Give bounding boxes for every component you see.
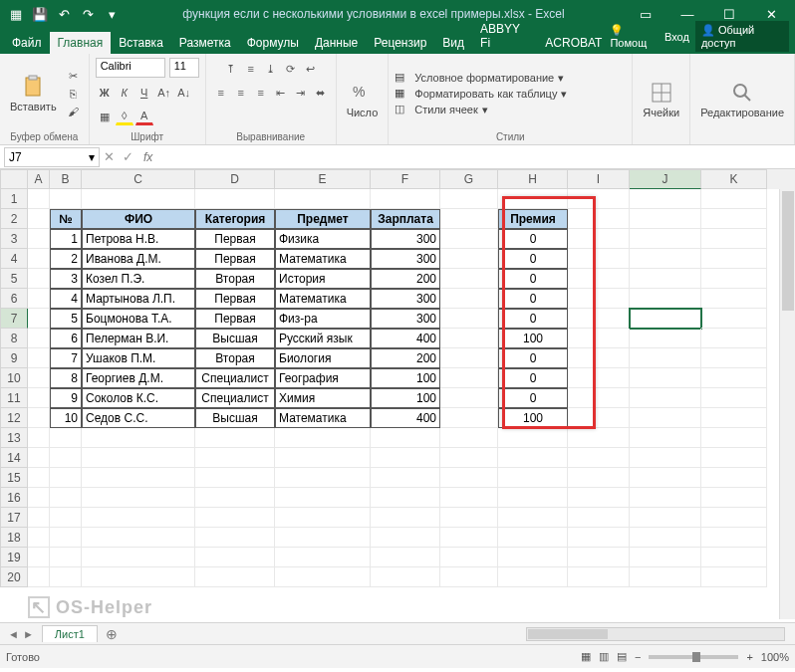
cell[interactable]: Специалист xyxy=(195,388,275,408)
cell[interactable] xyxy=(701,408,767,428)
new-sheet-icon[interactable]: ⊕ xyxy=(98,626,126,642)
cell[interactable] xyxy=(440,388,498,408)
cell[interactable] xyxy=(440,488,498,508)
cell[interactable] xyxy=(568,408,630,428)
cell[interactable]: Высшая xyxy=(195,408,275,428)
cell[interactable] xyxy=(28,468,50,488)
cell[interactable] xyxy=(701,567,767,587)
cell[interactable] xyxy=(50,508,82,528)
cell[interactable] xyxy=(440,428,498,448)
sheet-nav-prev-icon[interactable]: ◄ xyxy=(8,628,19,640)
cell[interactable]: Первая xyxy=(195,229,275,249)
cell[interactable]: Соколов К.С. xyxy=(82,388,195,408)
cell[interactable] xyxy=(275,528,371,548)
minimize-icon[interactable]: — xyxy=(667,7,707,22)
tab-view[interactable]: Вид xyxy=(434,32,472,54)
cell[interactable] xyxy=(630,448,701,468)
cell[interactable] xyxy=(275,508,371,528)
cell[interactable] xyxy=(195,189,275,209)
cell[interactable] xyxy=(28,408,50,428)
italic-button[interactable]: К xyxy=(116,84,133,102)
cell[interactable] xyxy=(568,249,630,269)
cell[interactable]: Петрова Н.В. xyxy=(82,229,195,249)
cell[interactable] xyxy=(440,348,498,368)
align-left-icon[interactable]: ≡ xyxy=(212,84,230,102)
cell[interactable] xyxy=(630,329,701,348)
row-header[interactable]: 16 xyxy=(0,488,28,508)
cell[interactable]: Седов С.С. xyxy=(82,408,195,428)
col-header-J[interactable]: J xyxy=(630,169,701,189)
cell[interactable] xyxy=(28,508,50,528)
cell[interactable] xyxy=(701,348,767,368)
align-right-icon[interactable]: ≡ xyxy=(252,84,270,102)
cell[interactable]: Первая xyxy=(195,249,275,269)
cell[interactable] xyxy=(195,448,275,468)
cell[interactable] xyxy=(82,567,195,587)
cell[interactable] xyxy=(568,567,630,587)
cell[interactable]: Русский язык xyxy=(275,329,371,348)
row-header[interactable]: 6 xyxy=(0,289,28,309)
cell[interactable] xyxy=(28,388,50,408)
tab-abbyy[interactable]: ABBYY Fi xyxy=(472,18,537,54)
row-header[interactable]: 7 xyxy=(0,309,28,329)
cell[interactable] xyxy=(195,567,275,587)
cell[interactable] xyxy=(275,448,371,468)
tab-acrobat[interactable]: ACROBAT xyxy=(537,32,610,54)
cell[interactable]: 9 xyxy=(50,388,82,408)
row-header[interactable]: 18 xyxy=(0,528,28,548)
align-bottom-icon[interactable]: ⤓ xyxy=(262,60,280,78)
row-header[interactable]: 17 xyxy=(0,508,28,528)
cell[interactable] xyxy=(701,289,767,309)
cell[interactable] xyxy=(195,428,275,448)
zoom-out-icon[interactable]: − xyxy=(635,651,641,663)
signin-link[interactable]: Вход xyxy=(664,31,689,43)
save-icon[interactable]: 💾 xyxy=(30,4,50,24)
col-header-I[interactable]: I xyxy=(568,169,630,189)
cell[interactable] xyxy=(630,348,701,368)
cell[interactable] xyxy=(371,189,440,209)
cell[interactable] xyxy=(28,269,50,289)
format-as-table-button[interactable]: ▦Форматировать как таблицу ▾ xyxy=(395,87,567,101)
cell[interactable] xyxy=(371,508,440,528)
cell[interactable]: Первая xyxy=(195,289,275,309)
zoom-in-icon[interactable]: + xyxy=(746,651,752,663)
cell[interactable] xyxy=(630,508,701,528)
cell[interactable] xyxy=(701,309,767,329)
cell[interactable]: 400 xyxy=(371,329,440,348)
copy-icon[interactable]: ⎘ xyxy=(65,86,83,102)
cell[interactable] xyxy=(630,468,701,488)
cell[interactable] xyxy=(701,229,767,249)
cell[interactable] xyxy=(701,368,767,388)
cell[interactable] xyxy=(371,428,440,448)
cell[interactable] xyxy=(50,528,82,548)
cell[interactable] xyxy=(701,528,767,548)
tab-data[interactable]: Данные xyxy=(307,32,366,54)
cell[interactable] xyxy=(440,567,498,587)
col-header-G[interactable]: G xyxy=(440,169,498,189)
cell[interactable] xyxy=(50,189,82,209)
cell[interactable] xyxy=(630,548,701,567)
row-header[interactable]: 10 xyxy=(0,368,28,388)
row-header[interactable]: 1 xyxy=(0,189,28,209)
cell[interactable]: Специалист xyxy=(195,368,275,388)
format-painter-icon[interactable]: 🖌 xyxy=(65,104,83,119)
cell[interactable] xyxy=(28,567,50,587)
cell[interactable] xyxy=(701,388,767,408)
cell[interactable] xyxy=(498,468,568,488)
cell[interactable] xyxy=(701,329,767,348)
cell[interactable] xyxy=(275,488,371,508)
cell[interactable] xyxy=(371,567,440,587)
fx-icon[interactable]: fx xyxy=(137,150,158,164)
cell[interactable] xyxy=(275,548,371,567)
sheet-tab[interactable]: Лист1 xyxy=(42,625,98,642)
merge-icon[interactable]: ⬌ xyxy=(312,84,330,102)
cell[interactable] xyxy=(630,388,701,408)
cell[interactable] xyxy=(28,309,50,329)
col-header-H[interactable]: H xyxy=(498,169,568,189)
cell[interactable]: 5 xyxy=(50,309,82,329)
cell[interactable]: Физика xyxy=(275,229,371,249)
horizontal-scrollbar[interactable] xyxy=(126,627,795,641)
cell[interactable] xyxy=(498,428,568,448)
cell[interactable]: Химия xyxy=(275,388,371,408)
cell[interactable] xyxy=(630,209,701,229)
